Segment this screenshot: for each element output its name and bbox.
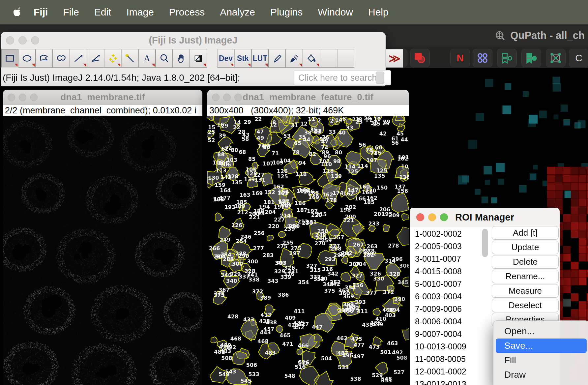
freehand-tool-icon bbox=[56, 53, 67, 64]
square-circle-filled-icon bbox=[413, 51, 426, 65]
menu-plugins[interactable]: Plugins bbox=[263, 0, 310, 24]
text-tool-button[interactable]: A bbox=[138, 49, 156, 68]
close-button[interactable] bbox=[416, 213, 424, 221]
minimize-button[interactable] bbox=[19, 94, 26, 101]
roi-list-item[interactable]: 3-0011-0007 bbox=[412, 252, 482, 265]
fill-tool-button[interactable] bbox=[303, 49, 320, 68]
membrane-image-window: dna1_membrane.tif 2/2 (membrane_channel_… bbox=[3, 90, 202, 385]
menu-process[interactable]: Process bbox=[162, 0, 212, 24]
close-button[interactable] bbox=[8, 94, 15, 101]
minimize-button[interactable] bbox=[428, 213, 436, 221]
menu-edit[interactable]: Edit bbox=[87, 0, 119, 24]
qupath-names-button[interactable]: N bbox=[450, 49, 470, 67]
roi-list-item[interactable]: 7-0009-0006 bbox=[412, 303, 482, 315]
fiji-toolbar: A Dev bbox=[1, 49, 403, 68]
roi-list-scrollbar-thumb[interactable] bbox=[482, 229, 488, 257]
menu-help[interactable]: Help bbox=[361, 0, 396, 24]
roi-list-item[interactable]: 5-0010-0007 bbox=[412, 278, 482, 290]
membrane-titlebar[interactable]: dna1_membrane.tif bbox=[3, 90, 202, 105]
menu-window[interactable]: Window bbox=[310, 0, 361, 24]
roi-update-button[interactable]: Update bbox=[492, 241, 559, 254]
fiji-main-window: (Fiji Is Just) ImageJ bbox=[1, 32, 386, 86]
context-menu-fill[interactable]: Fill bbox=[496, 353, 587, 368]
roi-manager-titlebar[interactable]: ROI Manager bbox=[410, 208, 560, 227]
feature-image-canvas[interactable] bbox=[207, 116, 409, 385]
qupath-detections-button[interactable] bbox=[473, 49, 492, 67]
angle-tool-button[interactable] bbox=[87, 49, 104, 68]
toolbar-grip[interactable] bbox=[376, 72, 384, 84]
menu-fiji[interactable]: Fiji bbox=[24, 0, 55, 24]
fiji-titlebar[interactable]: (Fiji Is Just) ImageJ bbox=[1, 32, 386, 48]
shapes-filled-icon bbox=[525, 51, 538, 65]
menu-analyze[interactable]: Analyze bbox=[212, 0, 263, 24]
more-tools-button[interactable]: ≫ bbox=[386, 49, 403, 68]
zoom-tool-button[interactable] bbox=[156, 49, 173, 68]
dropdown-triangle-icon bbox=[265, 64, 268, 67]
qupath-classify-button[interactable]: C bbox=[569, 49, 588, 67]
zoom-button[interactable] bbox=[440, 213, 448, 221]
roi-context-menu: Open... Save... Fill Draw bbox=[493, 320, 588, 385]
color-picker-tool-icon bbox=[193, 53, 204, 64]
roi-list-item[interactable]: 6-0003-0004 bbox=[412, 290, 482, 303]
roi-list-item[interactable]: 8-0006-0004 bbox=[412, 315, 482, 328]
qupath-tma-grid-button[interactable] bbox=[546, 49, 566, 67]
brush-tool-button[interactable] bbox=[286, 49, 303, 68]
zoom-button[interactable] bbox=[30, 94, 38, 101]
zoom-button[interactable] bbox=[31, 36, 39, 44]
apple-menu-icon[interactable] bbox=[11, 7, 24, 18]
dropdown-triangle-icon bbox=[32, 64, 35, 67]
rectangle-tool-icon bbox=[4, 53, 15, 64]
zoom-button[interactable] bbox=[234, 94, 242, 101]
fiji-window-title: (Fiji Is Just) ImageJ bbox=[1, 32, 386, 48]
dropdown-triangle-icon bbox=[316, 64, 319, 67]
lut-menu-button[interactable]: LUT bbox=[251, 49, 269, 68]
roi-list-item[interactable]: 2-0005-0003 bbox=[412, 240, 482, 252]
context-menu-save[interactable]: Save... bbox=[496, 339, 587, 353]
qupath-objects-outline-button[interactable] bbox=[497, 49, 517, 67]
menu-image[interactable]: Image bbox=[119, 0, 161, 24]
roi-list: 1-0002-0002 2-0005-0003 3-0011-0007 4-00… bbox=[412, 227, 482, 385]
context-menu-open[interactable]: Open... bbox=[496, 324, 587, 339]
close-button[interactable] bbox=[212, 94, 220, 101]
freehand-tool-button[interactable] bbox=[53, 49, 70, 68]
wand-tool-button[interactable] bbox=[121, 49, 138, 68]
hand-tool-button[interactable] bbox=[173, 49, 190, 68]
oval-tool-button[interactable] bbox=[18, 49, 36, 68]
roi-list-item[interactable]: 13-0012-0013 bbox=[412, 378, 482, 385]
feature-titlebar[interactable]: dna1_membrane_feature_0.tif bbox=[207, 90, 409, 105]
roi-list-item[interactable]: 9-0007-0004 bbox=[412, 328, 482, 340]
empty-tool-slot[interactable] bbox=[320, 49, 337, 68]
qupath-window-title: QuPath - all_ch bbox=[510, 30, 585, 42]
dropdown-triangle-icon bbox=[117, 64, 120, 67]
context-menu-draw[interactable]: Draw bbox=[496, 368, 587, 382]
color-picker-tool-button[interactable] bbox=[190, 49, 207, 68]
line-tool-button[interactable] bbox=[70, 49, 87, 68]
roi-list-item[interactable]: 11-0008-0005 bbox=[412, 353, 482, 365]
point-tool-icon bbox=[107, 53, 118, 64]
polygon-tool-button[interactable] bbox=[36, 49, 53, 68]
rectangle-tool-button[interactable] bbox=[1, 49, 18, 68]
roi-list-item[interactable]: 10-0013-0009 bbox=[412, 340, 482, 353]
pencil-tool-button[interactable] bbox=[269, 49, 286, 68]
roi-rename-button[interactable]: Rename... bbox=[492, 270, 559, 283]
membrane-info-line: 2/2 (membrane_channel_combined); 0.01x0.… bbox=[3, 105, 202, 116]
stacks-menu-button[interactable]: Stk bbox=[234, 49, 251, 68]
dev-scripts-button[interactable]: Dev bbox=[217, 49, 234, 68]
minimize-button[interactable] bbox=[223, 94, 231, 101]
point-tool-button[interactable] bbox=[104, 49, 121, 68]
roi-list-item[interactable]: 12-0001-0002 bbox=[412, 365, 482, 378]
close-button[interactable] bbox=[6, 36, 14, 44]
roi-deselect-button[interactable]: Deselect bbox=[492, 299, 559, 312]
qupath-annotation-fill-button[interactable] bbox=[410, 49, 430, 67]
roi-measure-button[interactable]: Measure bbox=[492, 284, 559, 298]
roi-list-item[interactable]: 1-0002-0002 bbox=[412, 227, 482, 240]
qupath-objects-fill-button[interactable] bbox=[521, 49, 541, 67]
roi-list-item[interactable]: 4-0015-0008 bbox=[412, 265, 482, 278]
roi-add-button[interactable]: Add [t] bbox=[492, 226, 559, 240]
minimize-button[interactable] bbox=[18, 36, 27, 44]
membrane-image-canvas[interactable] bbox=[3, 116, 202, 385]
roi-delete-button[interactable]: Delete bbox=[492, 255, 559, 269]
menu-file[interactable]: File bbox=[55, 0, 86, 24]
empty-tool-slot[interactable] bbox=[337, 49, 354, 68]
overflow-chevron-icon: ≫ bbox=[389, 53, 400, 64]
